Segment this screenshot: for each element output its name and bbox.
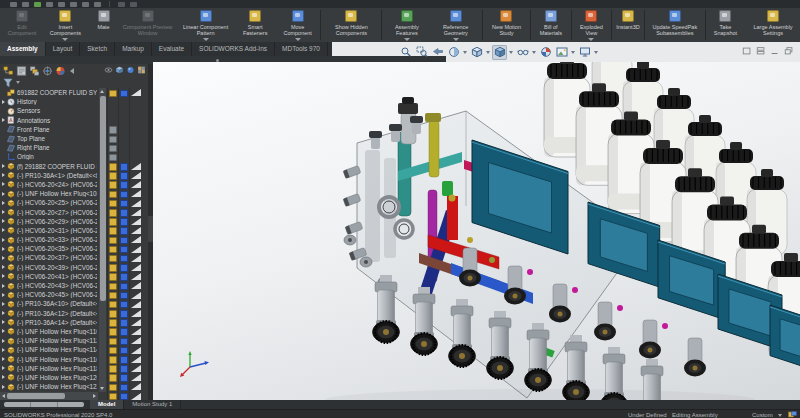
tree-row-pr10-36a-12-default-d[interactable]: (-) PR10-36A<12> (Default<<Defa	[0, 309, 148, 318]
display-mode-cell[interactable]	[109, 374, 117, 382]
tree-row-pr10-36a-1-default-de[interactable]: (-) PR10-36A<1> (Default<<Defaul	[0, 171, 148, 180]
display-mode-cell[interactable]	[109, 273, 117, 281]
scroll-left-arrow-icon[interactable]	[2, 394, 5, 398]
tree-vertical-scrollbar[interactable]	[99, 88, 106, 392]
zoom-to-area-icon[interactable]	[414, 45, 429, 60]
appearance-cell[interactable]	[120, 246, 128, 254]
tree-row-pr10-36a-14-default-d[interactable]: (-) PR10-36A<14> (Default<<Defa	[0, 318, 148, 327]
transparency-swatch[interactable]	[131, 209, 141, 216]
dropdown-caret-icon[interactable]	[203, 38, 209, 41]
appearance-cell[interactable]	[120, 200, 128, 208]
dp-transparency-icon[interactable]	[137, 65, 146, 74]
dropdown-caret-icon[interactable]	[509, 51, 513, 54]
display-mode-cell[interactable]	[109, 191, 117, 199]
display-mode-cell[interactable]	[109, 172, 117, 180]
dropdown-caret-icon[interactable]	[532, 51, 536, 54]
dp-appearance-icon[interactable]	[126, 65, 135, 74]
transparency-swatch[interactable]	[131, 264, 141, 271]
appearance-cell[interactable]	[120, 310, 128, 318]
minimize-button[interactable]	[770, 46, 780, 55]
transparency-swatch[interactable]	[131, 282, 141, 289]
display-mode-cell[interactable]	[109, 209, 117, 217]
transparency-swatch[interactable]	[131, 393, 141, 400]
transparency-swatch[interactable]	[131, 246, 141, 253]
display-mode-cell[interactable]	[109, 292, 117, 300]
display-mode-cell[interactable]	[109, 126, 117, 134]
tab-evaluate[interactable]: Evaluate	[152, 42, 192, 56]
reference-geometry-button[interactable]: Reference Geometry	[430, 8, 481, 42]
quick-access-icon-5[interactable]	[58, 2, 65, 7]
display-mode-cell[interactable]	[109, 301, 117, 309]
take-snapshot-button[interactable]: Take Snapshot	[707, 8, 744, 42]
tab-layout[interactable]: Layout	[46, 42, 81, 56]
scroll-right-arrow-icon[interactable]	[93, 394, 96, 398]
appearance-cell[interactable]	[120, 209, 128, 217]
display-mode-cell[interactable]	[109, 356, 117, 364]
tab-assembly[interactable]: Assembly	[0, 42, 46, 56]
dropdown-caret-icon[interactable]	[404, 38, 410, 41]
appearance-cell[interactable]	[120, 264, 128, 272]
dropdown-caret-icon[interactable]	[486, 51, 490, 54]
transparency-swatch[interactable]	[131, 383, 141, 390]
appearance-cell[interactable]	[120, 163, 128, 171]
display-mode-cell[interactable]	[109, 227, 117, 235]
update-speedpak-subassemblies-button[interactable]: Update SpeedPak Subassemblies	[646, 8, 704, 42]
tab-model[interactable]: Model	[90, 400, 124, 409]
tree-row-hcv06-20-45-hcv06-20-0[interactable]: (-) HCV06-20<45> (HCV06-20-0-U	[0, 290, 148, 299]
display-mode-cell[interactable]	[109, 338, 117, 346]
tree-row-hcv06-20-37-hcv06-20-0[interactable]: (-) HCV06-20<37> (HCV06-20-0-U	[0, 253, 148, 262]
display-mode-cell[interactable]	[109, 90, 117, 98]
appearances-tab[interactable]	[55, 65, 66, 76]
tree-row-unf-hollow-hex-plug-118[interactable]: (-) UNF Hollow Hex Plug<118> (5	[0, 364, 148, 373]
instant3d-button[interactable]: Instant3D	[613, 8, 643, 42]
appearance-cell[interactable]	[120, 393, 128, 400]
tree-row-hcv06-20-31-hcv06-20-0[interactable]: (-) HCV06-20<31> (HCV06-20-0-U	[0, 226, 148, 235]
tree-row-annotations[interactable]: Annotations	[0, 116, 148, 125]
appearance-cell[interactable]	[120, 172, 128, 180]
transparency-swatch[interactable]	[131, 292, 141, 299]
transparency-swatch[interactable]	[131, 190, 141, 197]
dropdown-caret-icon[interactable]	[453, 38, 459, 41]
graphics-viewport[interactable]	[153, 62, 800, 400]
transparency-swatch[interactable]	[131, 255, 141, 262]
panel-collapse-chevron-icon[interactable]	[70, 68, 74, 74]
3d-model-hydraulic-manifold[interactable]	[153, 62, 800, 400]
tab-sketch[interactable]: Sketch	[80, 42, 115, 56]
transparency-swatch[interactable]	[131, 200, 141, 207]
quick-access-icon-3[interactable]	[34, 2, 41, 7]
units-dropdown-caret-icon[interactable]	[778, 414, 782, 417]
hide-show-items-icon[interactable]	[515, 45, 530, 60]
display-mode-cell[interactable]	[109, 255, 117, 263]
appearance-cell[interactable]	[120, 292, 128, 300]
filter-dropdown-caret-icon[interactable]	[16, 81, 20, 84]
tree-filter-row[interactable]	[0, 77, 148, 88]
tree-row-unf-hollow-hex-plug-112[interactable]: (-) UNF Hollow Hex Plug<112> (5	[0, 336, 148, 345]
mate-button[interactable]: Mate	[89, 8, 119, 42]
quick-access-icon-7[interactable]	[82, 2, 89, 7]
linear-component-pattern-button[interactable]: Linear Component Pattern	[177, 8, 235, 42]
appearance-cell[interactable]	[120, 237, 128, 245]
dropdown-caret-icon[interactable]	[295, 38, 301, 41]
transparency-swatch[interactable]	[131, 301, 141, 308]
quick-access-icon-4[interactable]	[46, 2, 53, 7]
zoom-to-fit-icon[interactable]	[398, 45, 413, 60]
display-mode-cell[interactable]	[109, 237, 117, 245]
appearance-cell[interactable]	[120, 384, 128, 392]
tree-row-unf-hollow-hex-plug-116[interactable]: (-) UNF Hollow Hex Plug<116> (5	[0, 354, 148, 363]
transparency-swatch[interactable]	[131, 236, 141, 243]
display-mode-cell[interactable]	[109, 365, 117, 373]
appearance-cell[interactable]	[120, 347, 128, 355]
appearance-cell[interactable]	[120, 90, 128, 98]
tree-row-hcv06-20-35-hcv06-20-0[interactable]: (-) HCV06-20<35> (HCV06-20-0-U	[0, 244, 148, 253]
tree-row-pr10-36a-10-default-d[interactable]: (-) PR10-36A<10> (Default<<Defa	[0, 299, 148, 308]
tree-horizontal-scrollbar[interactable]	[0, 392, 98, 400]
tree-row-right-plane[interactable]: Right Plane	[0, 143, 148, 152]
transparency-swatch[interactable]	[131, 356, 141, 363]
show-hidden-components-button[interactable]: Show Hidden Components	[322, 8, 380, 42]
tree-row-hcv06-20-25-hcv06-20-0[interactable]: (-) HCV06-20<25> (HCV06-20-0-U	[0, 198, 148, 207]
transparency-swatch[interactable]	[131, 365, 141, 372]
appearance-cell[interactable]	[120, 319, 128, 327]
appearance-cell[interactable]	[120, 356, 128, 364]
display-mode-cell[interactable]	[109, 154, 117, 162]
tree-row-origin[interactable]: Origin	[0, 152, 148, 161]
